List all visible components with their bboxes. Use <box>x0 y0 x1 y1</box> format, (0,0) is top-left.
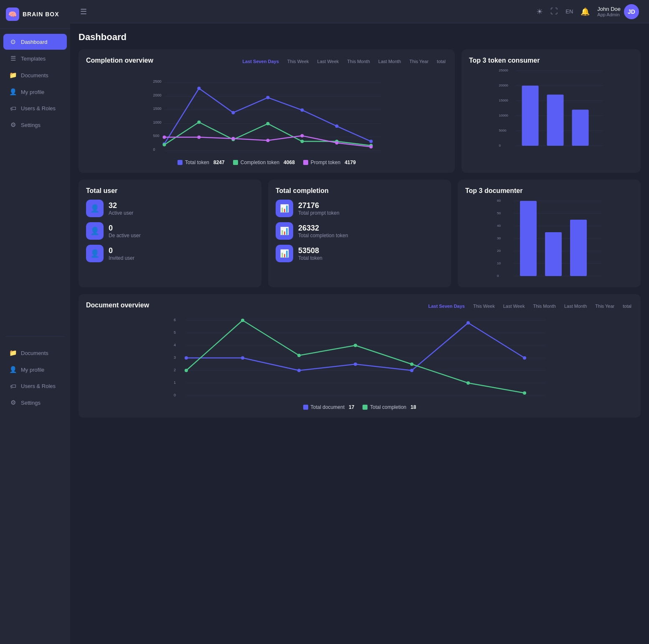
completion-filter-this-month[interactable]: This Month <box>345 58 371 65</box>
stat-value-tc-completion: 26332 <box>298 224 348 233</box>
hamburger-icon[interactable]: ☰ <box>80 7 87 16</box>
stat-label-tc-completion: Total completion token <box>298 233 348 238</box>
total-user-title: Total user <box>86 187 254 195</box>
sidebar-item-my-profile2[interactable]: 👤My profile <box>3 362 67 378</box>
topbar: ☰ ☀ ⛶ EN 🔔 John Doe App Admin JD <box>70 0 649 23</box>
stat-text-deactive: 0 De active user <box>109 224 141 238</box>
templates-icon: ☰ <box>9 55 17 62</box>
users-roles-icon: 🏷 <box>9 105 17 112</box>
sidebar-divider <box>6 336 64 337</box>
sidebar-item-settings[interactable]: ⚙Settings <box>3 117 67 133</box>
stat-icon-active: 👤 <box>86 200 104 217</box>
legend-dot-prompt <box>303 160 308 165</box>
logo-text: BRAIN BOX <box>23 11 59 18</box>
sidebar-item-templates[interactable]: ☰Templates <box>3 51 67 66</box>
svg-text:0: 0 <box>153 147 155 152</box>
doc-filter-last-seven-days[interactable]: Last Seven Days <box>427 303 466 309</box>
documents-icon: 📁 <box>9 71 17 79</box>
svg-text:10000: 10000 <box>499 114 508 117</box>
svg-point-102 <box>297 354 301 357</box>
stat-value-deactive: 0 <box>109 224 141 233</box>
completion-filter-last-month[interactable]: Last Month <box>377 58 403 65</box>
my-profile2-icon: 👤 <box>9 366 17 373</box>
doc-filter-this-month[interactable]: This Month <box>531 303 557 309</box>
stat-label-active: Active user <box>109 210 133 216</box>
svg-text:2000: 2000 <box>153 93 161 97</box>
svg-point-27 <box>197 121 200 124</box>
sidebar-item-documents2[interactable]: 📁Documents <box>3 345 67 361</box>
svg-text:5000: 5000 <box>499 129 506 132</box>
language-selector[interactable]: EN <box>565 8 573 15</box>
svg-text:25000: 25000 <box>499 68 508 72</box>
bar-john-doe <box>522 86 538 146</box>
document-filters: Last Seven DaysThis WeekLast WeekThis Mo… <box>427 303 634 309</box>
svg-point-99 <box>523 356 526 360</box>
svg-point-93 <box>185 356 188 360</box>
doc-filter-this-year[interactable]: This Year <box>593 303 616 309</box>
completion-filter-last-week[interactable]: Last Week <box>316 58 341 65</box>
sidebar-label-users-roles2: Users & Roles <box>21 383 56 389</box>
legend-label-prompt: Prompt token <box>311 160 340 165</box>
sidebar-item-documents[interactable]: 📁Documents <box>3 67 67 83</box>
stat-text-active: 32 Active user <box>109 201 133 216</box>
completion-filter-last-seven-days[interactable]: Last Seven Days <box>241 58 280 65</box>
document-chart-svg: 0 1 2 3 4 5 6 Sun Mon Tue Wed T <box>86 314 633 398</box>
sidebar-item-dashboard[interactable]: ⊙Dashboard <box>3 34 67 50</box>
sidebar-item-settings2[interactable]: ⚙Settings <box>3 395 67 411</box>
svg-text:500: 500 <box>153 134 159 138</box>
total-completion-stats: 📊 27176 Total prompt token 📊 26332 Total… <box>276 200 444 262</box>
fullscreen-icon[interactable]: ⛶ <box>550 7 558 16</box>
row-3: Document overview Last Seven DaysThis We… <box>79 294 641 418</box>
sidebar: 🧠 BRAIN BOX ⊙Dashboard☰Templates📁Documen… <box>0 0 70 644</box>
svg-point-103 <box>354 344 357 347</box>
sidebar-top-section: ⊙Dashboard☰Templates📁Documents👤My profil… <box>0 29 70 333</box>
sun-icon[interactable]: ☀ <box>536 7 543 16</box>
svg-point-96 <box>354 363 357 366</box>
stat-icon-tc-completion: 📊 <box>276 222 293 240</box>
stat-item-tc-completion: 📊 26332 Total completion token <box>276 222 444 240</box>
doc-legend-value-completion: 18 <box>411 404 416 410</box>
avatar: JD <box>624 4 639 19</box>
total-user-card: Total user 👤 32 Active user 👤 0 De activ… <box>79 180 261 287</box>
doc-filter-total[interactable]: total <box>621 303 633 309</box>
documents2-icon: 📁 <box>9 349 17 357</box>
svg-point-21 <box>231 111 235 114</box>
top3-documenter-title: Top 3 documenter <box>465 187 523 194</box>
doc-legend-completion: Total completion18 <box>363 404 416 410</box>
sidebar-label-my-profile: My profile <box>21 89 44 95</box>
legend-label-total: Total token <box>185 160 209 165</box>
doc-filter-this-week[interactable]: This Week <box>472 303 497 309</box>
svg-point-97 <box>410 369 413 372</box>
sidebar-item-users-roles2[interactable]: 🏷Users & Roles <box>3 378 67 394</box>
page-title: Dashboard <box>79 32 641 43</box>
bar-doc-jerad <box>570 220 587 276</box>
completion-filters: Last Seven DaysThis WeekLast WeekThis Mo… <box>241 58 447 65</box>
completion-filter-total[interactable]: total <box>435 58 447 65</box>
users-roles2-icon: 🏷 <box>9 383 17 390</box>
stat-text-tc-total: 53508 Total token <box>298 246 322 261</box>
legend-value-total: 8247 <box>213 160 225 165</box>
doc-legend-value-document: 17 <box>349 404 354 410</box>
completion-filter-this-week[interactable]: This Week <box>286 58 311 65</box>
bell-icon[interactable]: 🔔 <box>581 7 590 16</box>
document-legend: Total document17Total completion18 <box>86 404 633 410</box>
svg-point-39 <box>369 145 373 149</box>
bar-doc-john <box>520 201 537 276</box>
completion-overview-title: Completion overview <box>86 57 153 64</box>
doc-filter-last-week[interactable]: Last Week <box>502 303 527 309</box>
doc-filter-last-month[interactable]: Last Month <box>563 303 588 309</box>
stat-value-active: 32 <box>109 201 133 210</box>
sidebar-item-users-roles[interactable]: 🏷Users & Roles <box>3 101 67 116</box>
completion-filter-this-year[interactable]: This Year <box>408 58 430 65</box>
user-menu[interactable]: John Doe App Admin JD <box>597 4 639 19</box>
top3-token-card: Top 3 token consumer 0 5000 10000 15000 … <box>461 49 641 173</box>
svg-text:1500: 1500 <box>153 106 161 111</box>
topbar-left: ☰ <box>80 7 87 16</box>
svg-point-35 <box>231 137 235 140</box>
svg-text:20000: 20000 <box>499 84 508 87</box>
svg-text:0: 0 <box>499 144 501 147</box>
svg-text:10: 10 <box>497 261 501 265</box>
svg-text:0: 0 <box>174 393 176 397</box>
sidebar-item-my-profile[interactable]: 👤My profile <box>3 84 67 100</box>
sidebar-bottom-section: 📁Documents👤My profile🏷Users & Roles⚙Sett… <box>0 340 70 644</box>
